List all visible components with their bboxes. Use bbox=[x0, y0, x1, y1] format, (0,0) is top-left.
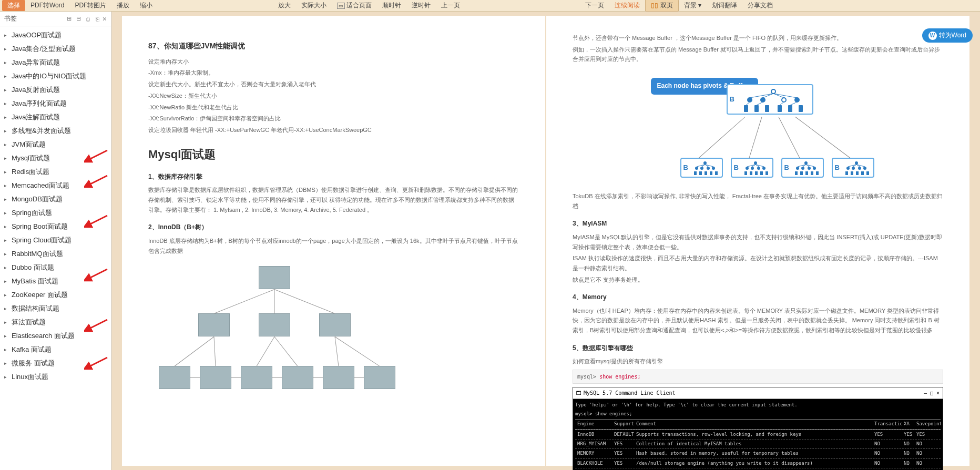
svg-line-4 bbox=[763, 94, 773, 98]
svg-rect-46 bbox=[765, 171, 768, 175]
svg-rect-11 bbox=[765, 105, 769, 112]
tb-cw[interactable]: 顺时针 bbox=[377, 0, 406, 11]
tb-dict[interactable]: 划词翻译 bbox=[707, 0, 742, 11]
svg-rect-30 bbox=[705, 171, 707, 175]
svg-point-52 bbox=[808, 167, 811, 170]
svg-point-19 bbox=[703, 161, 707, 165]
svg-point-64 bbox=[852, 167, 855, 170]
svg-rect-10 bbox=[754, 105, 759, 112]
svg-line-15 bbox=[746, 102, 750, 105]
svg-rect-42 bbox=[744, 171, 747, 175]
svg-rect-73 bbox=[861, 171, 864, 175]
page-right: 节点外，还含带有一个 Message Buffer ，这个Message Buf… bbox=[546, 16, 969, 466]
tb-contread[interactable]: 连续阅读 bbox=[609, 0, 645, 11]
tb-play[interactable]: 播放 bbox=[111, 0, 135, 11]
svg-point-68 bbox=[863, 167, 866, 170]
bookmarks-list: ▸JavaOOP面试题▸Java集合/泛型面试题▸Java异常面试题▸Java中… bbox=[0, 26, 111, 470]
bookmark-item[interactable]: ▸Mysql面试题 bbox=[0, 151, 111, 165]
jvm-line: -Xmx：堆内存最大限制。 bbox=[148, 68, 519, 78]
tb-next[interactable]: 下一页 bbox=[580, 0, 609, 11]
jvm-line: -XX:NewRatio 新生代和老生代占比 bbox=[148, 103, 519, 113]
bookmark-item[interactable]: ▸ZooKeeper 面试题 bbox=[0, 288, 111, 302]
bookmark-item[interactable]: ▸Elasticsearch 面试题 bbox=[0, 329, 111, 343]
mysql-cmd: mysql> show engines; bbox=[573, 370, 943, 384]
svg-point-20 bbox=[695, 167, 698, 170]
btree-diagram bbox=[148, 266, 519, 392]
q3-title: 3、MyIASM bbox=[573, 218, 943, 229]
q1-text: 数据库存储引擎是数据库底层软件组织，数据库管理系统（DBMS）使用数据引擎进行创… bbox=[148, 185, 519, 214]
tb-pdf2word[interactable]: PDF转Word bbox=[25, 0, 69, 11]
svg-rect-60 bbox=[816, 171, 819, 175]
p2-top2: 例如，一次插入操作只需要落在某节点的 Message Buffer 就可以马上返… bbox=[573, 45, 943, 64]
jvm-line: 设定堆内存大小 bbox=[148, 57, 519, 67]
bookmark-item[interactable]: ▸算法面试题 bbox=[0, 315, 111, 329]
svg-point-3 bbox=[761, 98, 765, 102]
svg-point-62 bbox=[846, 167, 850, 170]
sidebar-title: 书签 bbox=[4, 14, 65, 23]
tb-double[interactable]: ▯▯ 双页 bbox=[645, 0, 678, 12]
bookmark-item[interactable]: ▸RabbitMQ面试题 bbox=[0, 247, 111, 261]
tb-shrink[interactable]: 缩小 bbox=[135, 0, 158, 11]
tb-ccw[interactable]: 逆时针 bbox=[406, 0, 436, 11]
bookmark-item[interactable]: ▸微服务 面试题 bbox=[0, 356, 111, 370]
q2-title: 2、InnoDB（B+树） bbox=[148, 222, 519, 232]
expand-all-icon[interactable]: ⊟ bbox=[74, 15, 84, 22]
terminal-title: 🗔 MySQL 5.7 Command Line Client— □ × bbox=[573, 387, 943, 399]
bookmark-item[interactable]: ▸JVM面试题 bbox=[0, 138, 111, 151]
bookmark-item[interactable]: ▸数据结构面试题 bbox=[0, 302, 111, 315]
tb-pdf2img[interactable]: PDF转图片 bbox=[69, 0, 111, 11]
collapse-all-icon[interactable]: ⊞ bbox=[65, 15, 74, 22]
tb-prev[interactable]: 上一页 bbox=[436, 0, 465, 11]
heading-mysql: Mysql面试题 bbox=[148, 145, 519, 164]
svg-point-33 bbox=[754, 161, 757, 165]
bookmark-item[interactable]: ▸Redis面试题 bbox=[0, 165, 111, 179]
terminal: 🗔 MySQL 5.7 Command Line Client— □ × Typ… bbox=[573, 387, 943, 470]
bookmark-item[interactable]: ▸Java注解面试题 bbox=[0, 110, 111, 124]
term-help: Type 'help;' or '\h' for help. Type '\c'… bbox=[575, 401, 941, 409]
bookmark-item[interactable]: ▸MyBatis 面试题 bbox=[0, 274, 111, 288]
bookmark-item[interactable]: ▸Spring面试题 bbox=[0, 206, 111, 220]
page-left: 87、你知道哪些JVM性能调优 设定堆内存大小-Xmx：堆内存最大限制。设定新生… bbox=[122, 16, 545, 466]
tb-select[interactable]: 选择 bbox=[2, 0, 25, 11]
bookmark-item[interactable]: ▸MongoDB面试题 bbox=[0, 192, 111, 206]
svg-rect-74 bbox=[866, 171, 869, 175]
bookmark-item[interactable]: ▸Java序列化面试题 bbox=[0, 97, 111, 110]
close-icon[interactable]: × bbox=[103, 15, 107, 23]
convert-word-button[interactable]: 转为Word bbox=[922, 28, 973, 43]
bookmark-item[interactable]: ▸Linux面试题 bbox=[0, 370, 111, 384]
bookmark-item[interactable]: ▸Java异常面试题 bbox=[0, 56, 111, 69]
svg-point-34 bbox=[746, 167, 749, 170]
svg-rect-31 bbox=[710, 171, 712, 175]
svg-rect-29 bbox=[699, 171, 702, 175]
svg-rect-12 bbox=[778, 105, 782, 112]
svg-point-24 bbox=[707, 167, 710, 170]
bookmark-item[interactable]: ▸Spring Cloud面试题 bbox=[0, 233, 111, 247]
tb-actual[interactable]: 实际大小 bbox=[296, 0, 332, 11]
svg-point-61 bbox=[855, 161, 858, 165]
bookmark-item[interactable]: ▸多线程&并发面试题 bbox=[0, 124, 111, 138]
q4-title: 4、Memory bbox=[573, 292, 943, 302]
bookmark-item[interactable]: ▸Kafka 面试题 bbox=[0, 343, 111, 356]
jvm-line: -XX:NewSize：新生代大小 bbox=[148, 91, 519, 101]
tb-bg[interactable]: 背景 ▾ bbox=[679, 0, 707, 11]
bookmark-item[interactable]: ▸Memcached面试题 bbox=[0, 179, 111, 192]
q4-text: Memory（也叫 HEAP）堆内存：使用存在内存中的内容来创建表。每个 MEM… bbox=[573, 306, 943, 335]
tb-fitpage[interactable]: ▭ 适合页面 bbox=[332, 0, 377, 11]
pages-area: 转为Word 87、你知道哪些JVM性能调优 设定堆内存大小-Xmx：堆内存最大… bbox=[111, 12, 980, 470]
toku-text: TokuDB 在线添加索引，不影响读写操作, 非常快的写入性能， Fractal… bbox=[573, 191, 943, 211]
bookmark-item[interactable]: ▸Java集合/泛型面试题 bbox=[0, 42, 111, 56]
tb-enlarge[interactable]: 放大 bbox=[273, 0, 296, 11]
bookmark-item[interactable]: ▸Java反射面试题 bbox=[0, 83, 111, 97]
svg-point-5 bbox=[782, 98, 786, 102]
q5-title: 5、数据库引擎有哪些 bbox=[573, 343, 943, 353]
bookmark-item[interactable]: ▸Dubbo 面试题 bbox=[0, 261, 111, 274]
term-cmd: mysql> show engines; bbox=[575, 410, 941, 418]
svg-rect-13 bbox=[788, 105, 792, 112]
bookmark-opt-icon[interactable]: ⎘ bbox=[93, 16, 103, 22]
tb-share[interactable]: 分享文档 bbox=[742, 0, 778, 11]
bookmark-item[interactable]: ▸Spring Boot面试题 bbox=[0, 220, 111, 233]
bookmark-add-icon[interactable]: ⎙ bbox=[84, 16, 93, 22]
bookmark-item[interactable]: ▸JavaOOP面试题 bbox=[0, 28, 111, 42]
svg-rect-43 bbox=[750, 171, 752, 175]
bookmark-item[interactable]: ▸Java中的IO与NIO面试题 bbox=[0, 69, 111, 83]
